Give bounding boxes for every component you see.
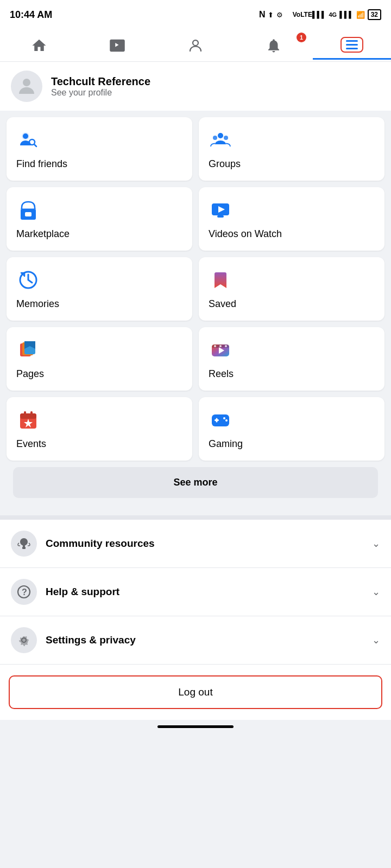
- marketplace-label: Marketplace: [16, 228, 182, 240]
- gaming-label: Gaming: [209, 438, 375, 450]
- help-support-chevron: ⌄: [372, 586, 380, 598]
- svg-point-8: [224, 136, 228, 140]
- pages-label: Pages: [16, 368, 182, 380]
- home-icon: [31, 37, 47, 54]
- nav-bar: 1: [0, 27, 391, 62]
- grid-item-pages[interactable]: Pages: [7, 327, 192, 391]
- bell-icon: [266, 37, 282, 54]
- videos-on-watch-icon: [210, 199, 231, 221]
- settings-privacy-label: Settings & privacy: [46, 634, 363, 646]
- watch-nav-icon: [109, 37, 125, 54]
- saved-label: Saved: [209, 298, 375, 310]
- menu-line-3: [346, 48, 358, 49]
- section-divider-1: [0, 515, 391, 520]
- community-resources-chevron: ⌄: [372, 538, 380, 550]
- signal-icon: VoLTE▌▌▌: [293, 11, 326, 18]
- grid-item-groups[interactable]: Groups: [199, 117, 384, 181]
- svg-rect-26: [24, 411, 26, 416]
- handshake-icon: [16, 536, 31, 551]
- svg-point-3: [23, 133, 28, 139]
- svg-point-32: [223, 417, 225, 419]
- nav-home[interactable]: [0, 31, 78, 60]
- svg-rect-13: [217, 215, 224, 218]
- reels-label: Reels: [209, 368, 375, 380]
- svg-point-23: [225, 345, 227, 347]
- find-friends-label: Find friends: [16, 158, 182, 170]
- community-resources-icon-wrap: [11, 531, 37, 557]
- netflix-icon: N: [259, 10, 266, 20]
- saved-icon: [210, 269, 231, 291]
- memories-label: Memories: [16, 298, 182, 310]
- svg-point-6: [218, 133, 223, 138]
- saved-icon-wrap: [209, 268, 232, 292]
- svg-point-0: [193, 40, 198, 46]
- profile-nav-icon: [187, 37, 204, 54]
- grid-item-saved[interactable]: Saved: [199, 257, 384, 321]
- accordion-community-resources[interactable]: Community resources ⌄: [0, 520, 391, 568]
- settings-privacy-icon-wrap: [11, 627, 37, 653]
- svg-text:?: ?: [22, 588, 27, 597]
- pages-icon-wrap: [16, 338, 40, 362]
- status-bar: 10:44 AM N ⬆ ⚙ VoLTE▌▌▌ 4G ▌▌▌ 📶 32: [0, 0, 391, 27]
- status-time: 10:44 AM: [10, 9, 52, 21]
- grid-item-videos-on-watch[interactable]: Videos on Watch: [199, 187, 384, 251]
- gaming-icon: [210, 409, 231, 431]
- marketplace-icon: [17, 199, 39, 221]
- logout-button[interactable]: Log out: [9, 675, 382, 709]
- avatar-icon: [15, 75, 38, 98]
- lte-icon: 4G: [329, 11, 337, 18]
- profile-info: Techcult Reference See your profile: [51, 75, 150, 98]
- nav-notifications[interactable]: 1: [235, 31, 313, 60]
- svg-rect-25: [20, 413, 36, 419]
- nav-watch[interactable]: [78, 31, 156, 60]
- profile-header[interactable]: Techcult Reference See your profile: [0, 62, 391, 111]
- menu-line-2: [346, 44, 358, 46]
- logout-section: Log out: [0, 665, 391, 720]
- svg-rect-27: [30, 411, 33, 416]
- profile-subtitle: See your profile: [51, 88, 150, 98]
- grid-item-events[interactable]: Events: [7, 397, 192, 461]
- help-support-label: Help & support: [46, 586, 363, 598]
- accordion-help-support[interactable]: ? Help & support ⌄: [0, 568, 391, 616]
- reels-icon-wrap: [209, 338, 232, 362]
- help-icon: ?: [16, 584, 31, 599]
- events-label: Events: [16, 438, 182, 450]
- grid-item-gaming[interactable]: Gaming: [199, 397, 384, 461]
- grid-item-memories[interactable]: Memories: [7, 257, 192, 321]
- events-icon-wrap: [16, 408, 40, 432]
- help-support-icon-wrap: ?: [11, 579, 37, 605]
- see-more-section: See more: [0, 467, 391, 515]
- nav-profile[interactable]: [156, 31, 235, 60]
- profile-name: Techcult Reference: [51, 75, 150, 88]
- battery-icon: 32: [368, 9, 381, 20]
- videos-on-watch-icon-wrap: [209, 198, 232, 222]
- signal2-icon: ▌▌▌: [339, 11, 354, 18]
- marketplace-icon-wrap: [16, 198, 40, 222]
- svg-point-1: [23, 79, 30, 86]
- groups-label: Groups: [209, 158, 375, 170]
- grid-item-reels[interactable]: Reels: [199, 327, 384, 391]
- avatar: [11, 71, 42, 102]
- pages-icon: [17, 339, 39, 361]
- see-more-button[interactable]: See more: [13, 467, 378, 498]
- menu-line-1: [346, 40, 358, 42]
- svg-rect-34: [22, 547, 26, 549]
- nav-menu[interactable]: [313, 31, 391, 60]
- settings-privacy-chevron: ⌄: [372, 634, 380, 646]
- reels-icon: [210, 339, 231, 361]
- videos-on-watch-label: Videos on Watch: [209, 228, 375, 240]
- menu-icon: [340, 37, 363, 53]
- accordion-settings-privacy[interactable]: Settings & privacy ⌄: [0, 616, 391, 665]
- grid-item-marketplace[interactable]: Marketplace: [7, 187, 192, 251]
- home-indicator: [0, 720, 391, 733]
- grid-item-find-friends[interactable]: Find friends: [7, 117, 192, 181]
- svg-rect-10: [25, 212, 31, 216]
- svg-point-21: [214, 345, 216, 347]
- status-icons: N ⬆ ⚙ VoLTE▌▌▌ 4G ▌▌▌ 📶 32: [259, 9, 381, 20]
- groups-icon: [210, 129, 231, 151]
- gaming-icon-wrap: [209, 408, 232, 432]
- svg-line-5: [34, 144, 36, 146]
- svg-point-7: [213, 136, 217, 140]
- svg-rect-31: [216, 418, 218, 423]
- groups-icon-wrap: [209, 128, 232, 152]
